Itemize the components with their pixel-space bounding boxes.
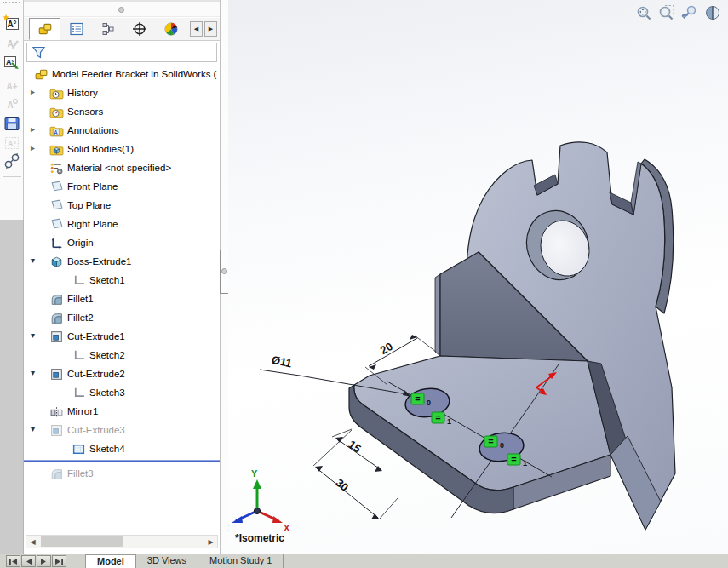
tree-root-part[interactable]: Model Feeder Bracket in SolidWorks ( [24,66,220,84]
tree-item-cut-extrude2[interactable]: ▾ Cut-Extrude2 [24,365,220,384]
panel-splitter[interactable] [220,0,228,554]
expander-icon[interactable]: ▸ [31,124,41,134]
fillet-icon [49,311,64,325]
cut-extrude-icon [49,330,64,344]
svg-text:A+: A+ [6,82,17,91]
tree-horizontal-scrollbar[interactable]: ◀ ▶ [26,535,218,548]
tab-3d-views[interactable]: 3D Views [136,554,198,568]
toolbar-grip[interactable] [3,2,20,5]
tree-item-fillet2[interactable]: Fillet2 [24,309,220,328]
tab-motion-study-1[interactable]: Motion Study 1 [198,554,284,568]
svg-text:0: 0 [500,441,504,450]
tab-scroll-left-icon[interactable]: ◀ [190,21,203,37]
tree-item-fillet1[interactable]: Fillet1 [24,290,220,309]
triad-z-label: Z [228,523,229,533]
heads-up-view-toolbar [635,4,721,21]
previous-tab-icon[interactable] [21,555,36,567]
tree-item-fillet3[interactable]: Fillet3 [24,465,220,484]
filter-funnel-icon[interactable] [31,44,47,60]
tab-featuremanager-design-tree[interactable] [29,18,60,40]
expander-icon[interactable]: ▾ [31,424,41,433]
scroll-right-icon[interactable]: ▶ [204,536,217,548]
section-view-icon[interactable] [704,4,721,21]
folder-history-icon [49,86,64,100]
annotation-properties-icon: A [2,95,22,114]
expander-icon[interactable]: ▾ [31,255,41,265]
belt-chain-icon[interactable] [2,152,22,170]
tab-propertymanager[interactable] [60,18,92,40]
tree-item-sketch2[interactable]: Sketch2 [24,347,220,365]
tree-item-front-plane[interactable]: Front Plane [24,178,220,197]
svg-text:0: 0 [427,399,431,407]
tree-item-history[interactable]: ▸ History [24,84,220,103]
expander-icon[interactable]: ▾ [31,330,41,340]
first-tab-icon[interactable] [6,555,20,567]
toolbar-separator [3,176,21,177]
tree-item-right-plane[interactable]: Right Plane [24,215,220,234]
bracket-model[interactable] [349,142,675,530]
svg-text:A: A [7,100,13,110]
plane-icon [49,198,64,213]
next-tab-icon[interactable] [37,555,51,567]
svg-text:A°: A° [7,20,16,29]
splitter-dot-icon [118,7,124,13]
tree-item-boss-extrude1[interactable]: ▾ Boss-Extrude1 [24,253,220,272]
tab-dimxpertmanager[interactable] [123,18,155,40]
folder-solid-bodies-icon [49,142,64,157]
model-canvas[interactable]: = 0 = 1 = 0 = 1 [228,0,728,554]
tab-scroll-right-icon[interactable]: ▶ [204,21,217,37]
tree-item-sensors[interactable]: Sensors [24,103,220,122]
fillet-icon [49,292,64,307]
tree-item-annotations[interactable]: ▸ Annotations [24,122,220,141]
plane-icon [49,180,64,194]
dimension-30[interactable]: 30 [333,476,351,494]
sketch-active-icon [72,442,86,456]
last-tab-icon[interactable] [52,555,66,567]
tab-configurationmanager[interactable] [92,18,123,40]
expander-icon[interactable]: ▸ [31,87,41,96]
sketch-icon [72,348,86,363]
rollback-bar[interactable] [24,460,220,462]
tree-item-material[interactable]: Material <not specified> [24,159,220,178]
scrollbar-thumb[interactable] [41,536,123,547]
zoom-to-area-icon[interactable] [658,4,675,21]
tree-item-mirror1[interactable]: Mirror1 [24,403,220,422]
dimension-diameter-11[interactable]: Ø11 [271,353,293,370]
new-annotation-view-icon[interactable]: A° [2,14,22,32]
expander-icon[interactable]: ▸ [31,143,41,152]
zoom-to-fit-icon[interactable] [635,4,652,21]
tree-item-solid-bodies[interactable]: ▸ Solid Bodies(1) [24,141,220,159]
plane-icon [49,217,64,232]
save-model-view-icon[interactable] [2,114,22,133]
fillet-icon [49,467,64,481]
propertymanager-icon [69,21,84,37]
tree-item-origin[interactable]: Origin [24,234,220,253]
motionmanager-tab-bar: Model 3D Views Motion Study 1 [0,554,728,568]
sketch-icon [72,273,86,288]
dimension-20[interactable]: 20 [378,340,395,357]
tree-item-sketch3[interactable]: Sketch3 [24,384,220,403]
svg-text:=: = [511,454,516,464]
tree-item-sketch4-active[interactable]: Sketch4 [24,440,220,459]
panel-top-splitter[interactable] [24,0,220,17]
tree-filter [26,43,217,62]
svg-text:=: = [435,412,440,422]
tree-item-top-plane[interactable]: Top Plane [24,197,220,215]
tree-item-cut-extrude1[interactable]: ▾ Cut-Extrude1 [24,328,220,347]
previous-view-icon[interactable] [681,4,698,21]
tab-model[interactable]: Model [85,554,136,568]
svg-text:1: 1 [523,459,527,468]
tree-item-cut-extrude3[interactable]: ▾ Cut-Extrude3 [24,422,220,440]
displaymanager-icon [163,21,179,37]
scroll-left-icon[interactable]: ◀ [26,536,39,548]
dimension-15[interactable]: 15 [346,438,363,456]
insert-annotation-view-icon[interactable]: A° [2,54,22,72]
tab-displaymanager[interactable] [155,18,186,40]
wall-edge-face[interactable] [435,274,440,356]
expander-icon[interactable]: ▾ [31,368,41,377]
cut-extrude-icon [49,367,64,382]
triad-x-label: X [284,523,290,533]
graphics-viewport[interactable]: = 0 = 1 = 0 = 1 [228,0,728,554]
tree-item-sketch1[interactable]: Sketch1 [24,272,220,290]
filter-input[interactable] [47,43,216,61]
